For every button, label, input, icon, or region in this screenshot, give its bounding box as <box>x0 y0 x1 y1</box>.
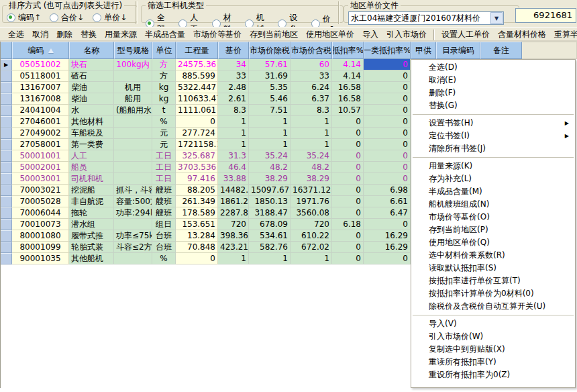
cell-mkt_ex[interactable]: 57.61 <box>249 59 291 70</box>
cell-ded1[interactable]: 16.29 <box>364 242 411 253</box>
cell-qty[interactable]: 325.687 <box>176 150 218 162</box>
cell-code[interactable]: 13167007 <box>12 82 69 93</box>
cell-mkt_ex[interactable]: 5.46 <box>249 93 291 105</box>
cell-ded[interactable]: 0 <box>332 162 364 173</box>
chevron-down-icon[interactable]: ▼ <box>490 12 503 24</box>
toolbar-item[interactable]: 市场价等基价 <box>189 29 246 40</box>
cell-code[interactable]: 80001099 <box>12 242 69 253</box>
cell-ded1[interactable]: 0 <box>364 162 411 173</box>
cell-unit[interactable]: % <box>152 116 176 128</box>
cell-ded1[interactable]: 0 <box>364 59 411 70</box>
cell-mkt_ex[interactable]: 15097.67 <box>249 185 291 196</box>
cell-ded1[interactable]: 0 <box>364 219 411 230</box>
cell-qty[interactable]: 110633.47 <box>176 93 218 105</box>
cell-mkt_in[interactable]: 1 <box>291 139 332 150</box>
cell-mkt_ex[interactable]: 48.2 <box>249 162 291 173</box>
toolbar-item[interactable]: 删除 <box>52 29 76 40</box>
row-selector[interactable] <box>0 219 12 230</box>
cell-ded1[interactable]: 0 <box>364 253 411 264</box>
cell-unit[interactable]: 艘班 <box>152 196 176 207</box>
cell-code[interactable]: 27058001 <box>12 139 69 150</box>
toolbar-item[interactable]: 全选 <box>4 29 28 40</box>
cell-qty[interactable]: 1111.061 <box>176 105 218 116</box>
menu-item[interactable]: 用量来源(K) <box>411 160 575 173</box>
cell-qty[interactable]: 277.724 <box>176 128 218 139</box>
cell-base[interactable]: 423.21 <box>218 242 249 253</box>
cell-spec[interactable]: 抓斗，斗容 <box>114 185 152 196</box>
cell-ded[interactable]: 0 <box>332 253 364 264</box>
toolbar-item[interactable]: 含量材料价格 <box>494 29 550 40</box>
cell-ded[interactable]: 10.57 <box>332 105 364 116</box>
toolbar-item[interactable]: 替换 <box>76 29 101 40</box>
cell-ded1[interactable]: 0 <box>364 82 411 93</box>
cell-ded[interactable]: 6.18 <box>332 219 364 230</box>
cell-name[interactable]: 轮胎式装 <box>69 242 114 253</box>
cell-code[interactable]: 13167008 <box>12 93 69 105</box>
menu-item[interactable]: 清除所有书签(J) <box>411 142 575 155</box>
cell-spec[interactable]: 斗容≤2方 <box>114 242 152 253</box>
cell-ded1[interactable]: 0 <box>364 150 411 162</box>
cell-unit[interactable]: 艘班 <box>152 185 176 196</box>
menu-item[interactable]: 半成品含量(M) <box>411 185 575 198</box>
cell-base[interactable]: 2287.86 <box>218 207 249 219</box>
menu-item[interactable]: 取消(E) <box>411 74 575 87</box>
cell-name[interactable]: 潜水组 <box>69 219 114 230</box>
menu-item[interactable]: 按抵扣率进行单价互算(T) <box>411 275 575 287</box>
cell-base[interactable]: 1 <box>218 128 249 139</box>
cell-ded[interactable]: 0 <box>332 150 364 162</box>
cell-mkt_ex[interactable]: 31.69 <box>249 70 291 82</box>
cell-ded1[interactable]: 0 <box>364 70 411 82</box>
menu-item[interactable]: 全选(D) <box>411 61 575 74</box>
cell-ded[interactable]: 0 <box>332 185 364 196</box>
toolbar-item[interactable]: 设置人工单价 <box>437 29 494 40</box>
row-selector[interactable]: ▶ <box>0 59 12 70</box>
cell-code[interactable]: 70005028 <box>12 196 69 207</box>
menu-item[interactable]: 引入市场价(W) <box>411 330 575 343</box>
cell-mkt_in[interactable]: 6.24 <box>291 82 332 93</box>
cell-code[interactable]: 90001035 <box>12 253 69 264</box>
cell-mkt_in[interactable]: 720 <box>291 219 332 230</box>
cell-ded[interactable]: 16.58 <box>332 93 364 105</box>
cell-qty[interactable]: 153.651 <box>176 219 218 230</box>
cell-mkt_in[interactable]: 8.3 <box>291 105 332 116</box>
row-selector[interactable] <box>0 196 12 207</box>
column-header-jg[interactable]: 甲供 <box>411 42 436 59</box>
cell-unit[interactable]: 元 <box>152 128 176 139</box>
cell-ded1[interactable]: 6.98 <box>364 185 411 196</box>
cell-mkt_ex[interactable]: 534.61 <box>249 230 291 242</box>
cell-ded1[interactable]: 6.47 <box>364 207 411 219</box>
menu-item[interactable]: 选中材料价乘系数(R) <box>411 249 575 262</box>
cell-qty[interactable]: 0 <box>176 116 218 128</box>
cell-spec[interactable]: 100kg内 <box>114 59 152 70</box>
cell-ded1[interactable]: 6.61 <box>364 196 411 207</box>
cell-spec[interactable]: (船舶用水) <box>114 105 152 116</box>
cell-mkt_ex[interactable]: 35.24 <box>249 150 291 162</box>
cell-code[interactable]: 05051002 <box>12 59 69 70</box>
cell-qty[interactable]: 885.599 <box>176 70 218 82</box>
cell-ded1[interactable]: 0 <box>364 93 411 105</box>
cell-unit[interactable]: t <box>152 105 176 116</box>
cell-mkt_ex[interactable]: 678.09 <box>249 219 291 230</box>
row-selector[interactable] <box>0 185 12 196</box>
cell-unit[interactable]: 艘班 <box>152 207 176 219</box>
cell-mkt_ex[interactable]: 5.35 <box>249 82 291 93</box>
cell-spec[interactable] <box>114 70 152 82</box>
toolbar-item[interactable]: 存到当前地区 <box>246 29 302 40</box>
cell-base[interactable]: 8.3 <box>218 105 249 116</box>
menu-item[interactable]: 除税价及含税价自动互算开关(U) <box>411 300 575 313</box>
column-header-ded[interactable]: 抵扣率% <box>332 42 364 59</box>
cell-base[interactable]: 33 <box>218 70 249 82</box>
cell-unit[interactable]: 台班 <box>152 230 176 242</box>
cell-base[interactable]: 398.36 <box>218 230 249 242</box>
menu-item[interactable]: 导入(V) <box>411 317 575 330</box>
cell-qty[interactable]: 5322.447 <box>176 82 218 93</box>
cell-name[interactable]: 水 <box>69 105 114 116</box>
cell-name[interactable]: 履带式推 <box>69 230 114 242</box>
cell-ded[interactable]: 4.14 <box>332 70 364 82</box>
cell-name[interactable]: 碴石 <box>69 70 114 82</box>
cell-mkt_in[interactable]: 6.37 <box>291 93 332 105</box>
row-selector[interactable] <box>0 150 12 162</box>
cell-mkt_ex[interactable]: 582.76 <box>249 242 291 253</box>
row-selector[interactable] <box>0 128 12 139</box>
cell-mkt_in[interactable]: 3560.08 <box>291 207 332 219</box>
